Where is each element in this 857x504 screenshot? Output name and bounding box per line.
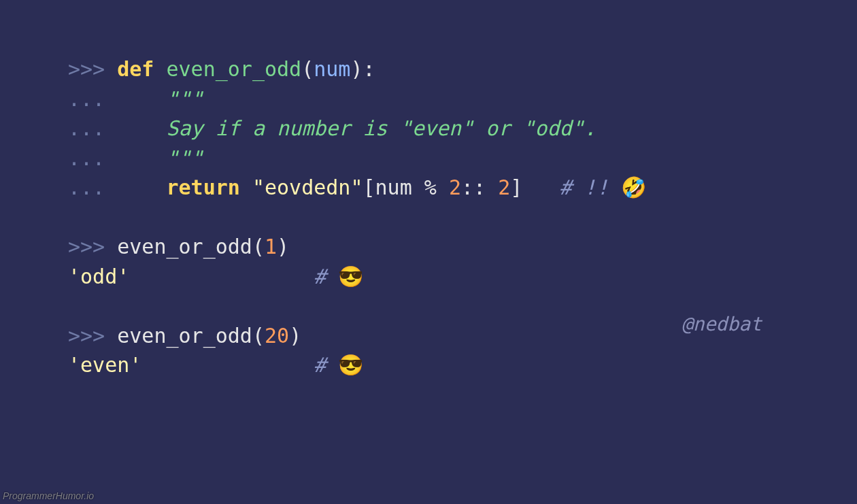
keyword-def: def — [117, 57, 166, 81]
prompt-cont: ... — [68, 116, 167, 140]
watermark: ProgrammerHumor.io — [3, 490, 94, 501]
operator-mod: % — [424, 175, 449, 199]
bracket-close: ] — [510, 175, 559, 199]
comment: # — [314, 353, 338, 377]
close-paren: ) — [289, 324, 301, 348]
func-call: even_or_odd — [117, 324, 252, 348]
bracket-open: [ — [363, 175, 375, 199]
repl-output: 'even' — [68, 353, 141, 377]
line-8: >>> even_or_odd(20) — [68, 324, 301, 348]
line-1: >>> def even_or_odd(num): — [68, 57, 375, 81]
docstring-text: Say if a number is "even" or "odd". — [167, 116, 596, 140]
close-paren: ) — [277, 235, 289, 258]
slice-sep: :: — [461, 175, 498, 199]
identifier: num — [375, 175, 424, 199]
close-paren: ): — [350, 57, 375, 81]
string-literal: "eovdedn" — [252, 175, 363, 199]
keyword-return: return — [167, 175, 252, 199]
attribution-handle: @nedbat — [682, 313, 762, 335]
prompt-cont: ... — [68, 87, 167, 111]
prompt: >>> — [68, 57, 117, 81]
prompt-cont: ... — [68, 175, 167, 199]
sunglasses-emoji-icon: 😎 — [338, 353, 363, 377]
line-7: 'odd' # 😎 — [68, 265, 363, 288]
sunglasses-emoji-icon: 😎 — [338, 265, 363, 288]
open-paren: ( — [252, 235, 265, 258]
func-call: even_or_odd — [117, 235, 252, 258]
prompt-cont: ... — [68, 146, 167, 170]
param: num — [314, 57, 350, 81]
open-paren: ( — [252, 324, 265, 348]
comment: # !! — [560, 175, 621, 199]
number-literal: 20 — [265, 324, 289, 348]
spacing — [141, 353, 314, 377]
number-literal: 1 — [265, 235, 277, 258]
spacing — [129, 265, 314, 288]
open-paren: ( — [301, 57, 314, 81]
rofl-emoji-icon: 🤣 — [621, 175, 646, 199]
func-name: even_or_odd — [167, 57, 302, 81]
repl-output: 'odd' — [68, 265, 129, 288]
line-5: ... return "eovdedn"[num % 2:: 2] # !! 🤣 — [68, 175, 646, 199]
comment: # — [314, 265, 338, 288]
prompt: >>> — [68, 324, 117, 348]
number-literal: 2 — [498, 175, 510, 199]
docstring-quote: """ — [167, 146, 203, 170]
line-3: ... Say if a number is "even" or "odd". — [68, 116, 596, 140]
line-6: >>> even_or_odd(1) — [68, 235, 289, 258]
line-4: ... """ — [68, 146, 203, 170]
number-literal: 2 — [449, 175, 461, 199]
docstring-quote: """ — [167, 87, 203, 111]
prompt: >>> — [68, 235, 117, 258]
line-2: ... """ — [68, 87, 203, 111]
line-9: 'even' # 😎 — [68, 353, 363, 377]
